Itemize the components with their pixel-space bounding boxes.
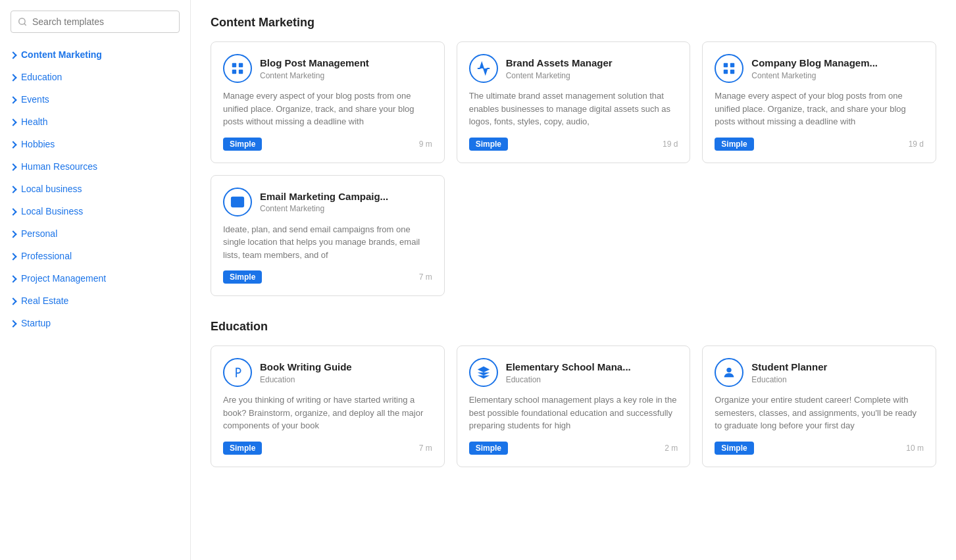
- card-title: Book Writing Guide: [260, 361, 352, 374]
- card-footer: Simple 19 d: [469, 138, 678, 151]
- simple-badge[interactable]: Simple: [223, 138, 262, 151]
- sidebar-item-content-marketing[interactable]: Content Marketing: [0, 43, 190, 66]
- card-description: Organize your entire student career! Com…: [715, 394, 924, 432]
- svg-rect-5: [239, 70, 243, 74]
- card-title-block: Book Writing Guide Education: [260, 361, 352, 384]
- simple-badge[interactable]: Simple: [469, 442, 508, 455]
- chevron-icon: [9, 96, 16, 103]
- sidebar-item-startup[interactable]: Startup: [0, 312, 190, 334]
- section-education: Education Book Writing Guide Education A…: [211, 320, 936, 467]
- card-title-block: Student Planner Education: [751, 361, 827, 384]
- section-title: Content Marketing: [211, 16, 936, 30]
- template-card[interactable]: Email Marketing Campaig... Content Marke…: [211, 175, 445, 297]
- svg-line-1: [24, 24, 26, 26]
- template-card[interactable]: Company Blog Managem... Content Marketin…: [702, 41, 936, 163]
- sidebar-item-education[interactable]: Education: [0, 66, 190, 88]
- cards-grid: Blog Post Management Content Marketing M…: [211, 41, 936, 296]
- section-title: Education: [211, 320, 936, 334]
- card-time: 19 d: [663, 140, 678, 149]
- card-category: Content Marketing: [506, 71, 613, 80]
- chevron-icon: [9, 74, 16, 81]
- card-description: Elementary school management plays a key…: [469, 394, 678, 432]
- card-title: Company Blog Managem...: [751, 57, 878, 70]
- svg-rect-9: [730, 70, 734, 74]
- sidebar-item-label: Human Resources: [21, 161, 97, 172]
- template-card[interactable]: Blog Post Management Content Marketing M…: [211, 41, 445, 163]
- sidebar-item-health[interactable]: Health: [0, 111, 190, 133]
- card-header: Blog Post Management Content Marketing: [223, 54, 432, 83]
- svg-rect-3: [239, 63, 243, 67]
- main-content: Content Marketing Blog Post Management C…: [191, 0, 956, 560]
- sidebar-item-label: Events: [21, 94, 49, 105]
- card-title: Elementary School Mana...: [506, 361, 631, 374]
- card-category: Education: [506, 375, 631, 384]
- card-category: Education: [751, 375, 827, 384]
- card-title-block: Elementary School Mana... Education: [506, 361, 631, 384]
- simple-badge[interactable]: Simple: [223, 442, 262, 455]
- sidebar-item-hobbies[interactable]: Hobbies: [0, 133, 190, 155]
- svg-rect-4: [232, 70, 236, 74]
- card-description: Manage every aspect of your blog posts f…: [223, 89, 432, 128]
- chevron-icon: [9, 253, 16, 260]
- svg-rect-6: [724, 63, 728, 67]
- card-title: Blog Post Management: [260, 57, 369, 70]
- sidebar-item-label: Startup: [21, 318, 51, 328]
- sidebar-item-label: Local Business: [21, 206, 83, 216]
- sidebar-item-project-management[interactable]: Project Management: [0, 267, 190, 290]
- card-category: Content Marketing: [751, 71, 878, 80]
- card-title: Email Marketing Campaig...: [260, 190, 388, 203]
- sidebar-item-real-estate[interactable]: Real Estate: [0, 290, 190, 312]
- card-time: 7 m: [419, 444, 432, 453]
- sidebar-item-local-business[interactable]: Local business: [0, 178, 190, 200]
- simple-badge[interactable]: Simple: [223, 270, 262, 284]
- simple-badge[interactable]: Simple: [715, 138, 753, 151]
- sidebar-item-label: Project Management: [21, 273, 106, 284]
- chevron-icon: [9, 208, 16, 215]
- template-card[interactable]: Student Planner Education Organize your …: [702, 345, 936, 467]
- sidebar-item-personal[interactable]: Personal: [0, 222, 190, 245]
- card-footer: Simple 7 m: [223, 270, 432, 284]
- chevron-icon: [9, 320, 16, 327]
- card-time: 7 m: [419, 272, 432, 282]
- card-title: Brand Assets Manager: [506, 57, 613, 70]
- card-footer: Simple 2 m: [469, 442, 678, 455]
- search-input[interactable]: [32, 16, 172, 27]
- simple-badge[interactable]: Simple: [715, 442, 753, 455]
- card-description: Ideate, plan, and send email campaigns f…: [223, 223, 432, 262]
- card-icon: [469, 54, 498, 83]
- card-footer: Simple 10 m: [715, 442, 924, 455]
- svg-point-11: [727, 368, 732, 372]
- card-category: Education: [260, 375, 352, 384]
- simple-badge[interactable]: Simple: [469, 138, 508, 151]
- card-title-block: Brand Assets Manager Content Marketing: [506, 57, 613, 80]
- card-header: Email Marketing Campaig... Content Marke…: [223, 188, 432, 216]
- chevron-icon: [9, 230, 16, 238]
- card-title-block: Blog Post Management Content Marketing: [260, 57, 369, 80]
- card-header: Book Writing Guide Education: [223, 358, 432, 387]
- svg-rect-8: [724, 70, 728, 74]
- card-header: Company Blog Managem... Content Marketin…: [715, 54, 924, 83]
- card-category: Content Marketing: [260, 71, 369, 80]
- svg-rect-7: [730, 63, 734, 67]
- sidebar-item-events[interactable]: Events: [0, 88, 190, 111]
- card-time: 19 d: [909, 140, 924, 149]
- sidebar-item-professional[interactable]: Professional: [0, 245, 190, 267]
- sidebar-item-human-resources[interactable]: Human Resources: [0, 155, 190, 178]
- sidebar-item-label: Health: [21, 116, 47, 127]
- sidebar-item-label: Content Marketing: [21, 49, 102, 60]
- search-box[interactable]: [11, 11, 180, 33]
- card-title: Student Planner: [751, 361, 827, 374]
- sidebar-item-label: Education: [21, 72, 62, 82]
- chevron-icon: [9, 51, 16, 59]
- template-card[interactable]: Elementary School Mana... Education Elem…: [457, 345, 691, 467]
- template-card[interactable]: Brand Assets Manager Content Marketing T…: [457, 41, 691, 163]
- card-footer: Simple 19 d: [715, 138, 924, 151]
- chevron-icon: [9, 275, 16, 282]
- sidebar-item-label: Hobbies: [21, 139, 55, 149]
- chevron-icon: [9, 297, 16, 305]
- sidebar-item-local-business[interactable]: Local Business: [0, 200, 190, 222]
- card-icon: [715, 358, 743, 387]
- template-card[interactable]: Book Writing Guide Education Are you thi…: [211, 345, 445, 467]
- card-icon: [715, 54, 743, 83]
- sidebar-item-label: Local business: [21, 184, 82, 194]
